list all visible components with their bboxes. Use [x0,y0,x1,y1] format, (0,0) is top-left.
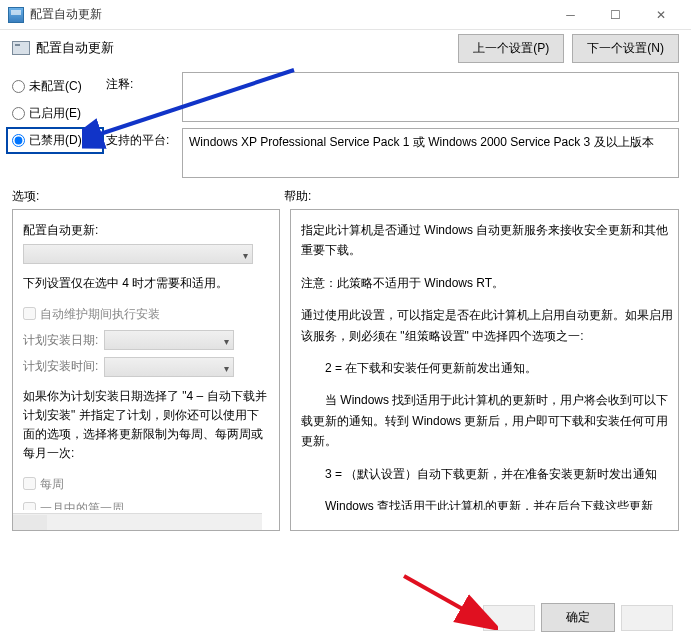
footer-right-button[interactable] [621,605,673,631]
titlebar: 配置自动更新 ─ ☐ ✕ [0,0,691,30]
install-date-label: 计划安装日期: [23,330,98,350]
install-time-label: 计划安装时间: [23,356,98,376]
install-time-dropdown[interactable] [104,357,234,377]
app-icon [8,7,24,23]
policy-title: 配置自动更新 [36,39,114,57]
weekly-label: 每周 [40,474,64,494]
week-description: 如果你为计划安装日期选择了 "4 – 自动下载并计划安装" 并指定了计划，则你还… [23,387,269,464]
options-panel: 配置自动更新: 下列设置仅在选中 4 时才需要和适用。 自动维护期间执行安装 计… [12,209,280,531]
svg-line-1 [404,576,468,612]
first-week-label: 一月中的第一周 [40,498,124,510]
minimize-button[interactable]: ─ [548,1,593,29]
radio-not-configured-label[interactable]: 未配置(C) [29,78,82,95]
radio-not-configured[interactable] [12,80,25,93]
help-p2: 注意：此策略不适用于 Windows RT。 [301,273,674,293]
auto-maintenance-checkbox [23,307,36,320]
help-p3: 通过使用此设置，可以指定是否在此计算机上启用自动更新。如果启用该服务，则必须在 … [301,305,674,346]
radio-enabled[interactable] [12,107,25,120]
help-section-label: 帮助: [284,188,679,205]
platform-text: Windows XP Professional Service Pack 1 或… [182,128,679,178]
first-week-checkbox [23,502,36,510]
auto-maintenance-label: 自动维护期间执行安装 [40,304,160,324]
next-setting-button[interactable]: 下一个设置(N) [572,34,679,63]
options-scrollbar-horizontal[interactable] [13,513,262,530]
radio-disabled[interactable] [12,134,25,147]
install-date-dropdown[interactable] [104,330,234,350]
maximize-button[interactable]: ☐ [593,1,638,29]
help-p6: 3 = （默认设置）自动下载更新，并在准备安装更新时发出通知 [301,464,674,484]
subheader: 配置自动更新 上一个设置(P) 下一个设置(N) [0,30,691,66]
help-p1: 指定此计算机是否通过 Windows 自动更新服务来接收安全更新和其他重要下载。 [301,220,674,261]
help-panel: 指定此计算机是否通过 Windows 自动更新服务来接收安全更新和其他重要下载。… [290,209,679,531]
options-section-label: 选项: [12,188,284,205]
policy-icon [12,41,30,55]
comment-label: 注释: [106,72,174,93]
radio-disabled-label[interactable]: 已禁用(D) [29,132,82,149]
radio-enabled-label[interactable]: 已启用(E) [29,105,81,122]
policy-state-radio-group: 未配置(C) 已启用(E) 已禁用(D) [12,72,98,178]
update-mode-dropdown[interactable] [23,244,253,264]
prev-setting-button[interactable]: 上一个设置(P) [458,34,564,63]
schedule-note: 下列设置仅在选中 4 时才需要和适用。 [23,274,269,293]
weekly-checkbox [23,477,36,490]
help-p7: Windows 查找适用于此计算机的更新，并在后台下载这些更新（在此过程中，用户… [301,496,674,510]
help-p5: 当 Windows 找到适用于此计算机的更新时，用户将会收到可以下载更新的通知。… [301,390,674,451]
help-p4: 2 = 在下载和安装任何更新前发出通知。 [301,358,674,378]
ok-button[interactable]: 确定 [541,603,615,632]
options-title: 配置自动更新: [23,220,269,240]
footer-left-button[interactable] [483,605,535,631]
close-button[interactable]: ✕ [638,1,683,29]
help-text: 指定此计算机是否通过 Windows 自动更新服务来接收安全更新和其他重要下载。… [291,210,678,510]
window-title: 配置自动更新 [30,6,102,23]
platform-label: 支持的平台: [106,128,174,149]
comment-input[interactable] [182,72,679,122]
